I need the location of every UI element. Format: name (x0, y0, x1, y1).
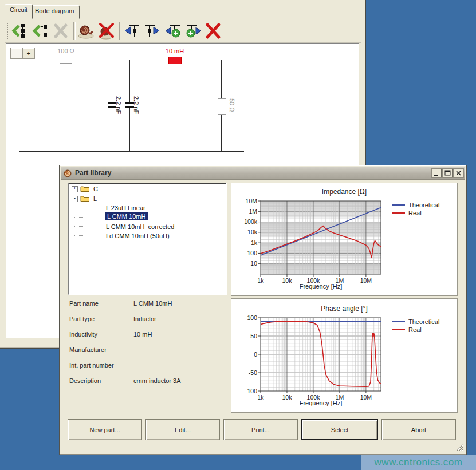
folder-icon (80, 195, 90, 202)
svg-text:10k: 10k (247, 228, 258, 235)
insert-series-left-icon[interactable] (10, 22, 29, 40)
phase-chart-panel: Phase angle [°] 100500-50-1001k10k100k1M… (231, 298, 458, 413)
detail-value-part-type: Inductor (133, 315, 156, 322)
minimize-button[interactable] (432, 169, 442, 177)
watermark-text: www.cntronics.com (361, 457, 476, 468)
toolbar-grip[interactable] (7, 23, 10, 39)
dialog-titlebar[interactable]: Part library (61, 167, 465, 180)
zoom-in-label: + (27, 50, 30, 57)
wire-branch1-upper (112, 60, 112, 103)
toolbar-separator-2 (119, 22, 121, 40)
branch-right-icon[interactable] (143, 22, 162, 40)
detail-label-description: Description (69, 377, 101, 384)
zoom-out-label: - (15, 50, 18, 57)
folder-icon (80, 185, 90, 192)
svg-text:100: 100 (247, 250, 257, 256)
new-part-button[interactable]: New part... (68, 419, 142, 440)
delete-disabled-icon[interactable] (52, 22, 70, 40)
tab-bode-diagram-label: Bode diagram (35, 7, 74, 14)
tab-circuit-label: Circuit (10, 6, 27, 13)
toolbar-separator-1 (73, 22, 76, 40)
detail-label-part-type: Part type (69, 315, 95, 322)
svg-text:1k: 1k (251, 239, 258, 246)
svg-text:10M: 10M (246, 198, 257, 204)
legend-real: Real (392, 326, 422, 333)
detail-label-inductivity: Inductivity (69, 331, 97, 338)
phase-xaxis-label: Frequency [Hz] (208, 400, 434, 406)
select-button[interactable]: Select (301, 419, 378, 440)
edit-button[interactable]: Edit... (145, 419, 220, 440)
close-icon[interactable] (454, 169, 463, 177)
phase-chart-title: Phase angle [°] (231, 305, 457, 313)
branch-left-add-icon[interactable] (164, 22, 182, 40)
tree-item-l-label: L (93, 195, 97, 202)
expander-c[interactable]: + (72, 186, 78, 192)
theoretical-swatch (392, 321, 405, 322)
tree-connector (74, 208, 84, 209)
branch-right-add-icon[interactable] (184, 22, 203, 40)
svg-text:-100: -100 (245, 388, 257, 394)
tree-item-c-label: C (93, 185, 98, 192)
part-library-icon[interactable] (77, 22, 95, 40)
maximize-button[interactable] (443, 169, 453, 177)
wire-top (19, 60, 244, 60)
desktop: { "desktop": { "watermark": "www.cntroni… (0, 0, 476, 470)
svg-text:-50: -50 (249, 369, 257, 376)
svg-text:50: 50 (250, 333, 257, 339)
zoom-in-button[interactable]: + (23, 48, 34, 58)
resize-grip[interactable] (455, 443, 463, 451)
wire-branch1-lower (112, 108, 112, 152)
print-button[interactable]: Print... (223, 419, 298, 440)
toolbar (5, 19, 361, 43)
branch-left-icon[interactable] (123, 22, 141, 40)
part-library-dialog: Part library + C - (59, 165, 467, 455)
impedance-plot: 10M1M100k10k1k100101k10k100k1M10M (231, 183, 457, 295)
real-swatch (392, 329, 405, 330)
inductor[interactable] (168, 57, 182, 64)
detail-label-int-part-number: Int. part number (69, 362, 114, 369)
detail-value-inductivity: 10 mH (133, 331, 152, 338)
tree-item-lcmm10mh-selected[interactable]: L CMM 10mH (105, 213, 148, 222)
series-resistor[interactable] (60, 57, 72, 64)
wire-branch2-upper (129, 60, 130, 103)
tab-circuit[interactable]: Circuit (5, 4, 33, 19)
tree-connector (74, 226, 84, 227)
delete-icon[interactable] (204, 22, 222, 40)
legend-label: Real (408, 326, 422, 333)
tree-item-label-selected: L CMM 10mH (105, 212, 148, 220)
capacitor-1-label: 2.2 nF (115, 96, 122, 114)
load-resistor[interactable] (218, 98, 226, 115)
insert-series-node-icon[interactable] (31, 22, 49, 40)
detail-label-part-name: Part name (69, 300, 99, 307)
svg-text:10: 10 (250, 260, 257, 267)
part-tree: + C - L L 23uH Linear L CMM 10mH L CMM 1… (68, 183, 227, 295)
theoretical-swatch (392, 204, 405, 206)
zoom-out-button[interactable]: - (11, 48, 22, 58)
legend-theoretical: Theoretical (392, 201, 439, 208)
tree-connector (74, 235, 84, 236)
real-swatch (392, 212, 405, 214)
legend-real: Real (392, 209, 422, 216)
detail-value-description: cmm inductor 3A (133, 377, 181, 384)
tree-connector (74, 217, 84, 218)
series-resistor-label: 100 Ω (52, 48, 80, 54)
abort-button[interactable]: Abort (381, 419, 456, 440)
detail-label-manufacturer: Manufacturer (69, 346, 107, 353)
wire-bottom (19, 151, 244, 152)
svg-text:0: 0 (254, 351, 257, 358)
watermark-band: www.cntronics.com (361, 455, 476, 470)
tree-item-label: Ld CMM 10mH (50uH) (106, 232, 170, 239)
wire-branch2-lower (129, 108, 130, 152)
legend-label: Theoretical (408, 202, 439, 208)
part-library-window-icon (64, 169, 73, 178)
remove-part-icon[interactable] (97, 22, 116, 40)
load-resistor-label: 50 Ω (229, 98, 235, 112)
svg-text:100: 100 (247, 314, 257, 321)
legend-label: Real (408, 210, 422, 216)
expander-l[interactable]: - (72, 196, 78, 202)
impedance-chart-panel: Impedance [Ω] 10M1M100k10k1k100101k10k10… (231, 183, 458, 296)
tab-bode-diagram[interactable]: Bode diagram (30, 5, 80, 19)
dialog-title: Part library (75, 169, 111, 177)
svg-text:1M: 1M (249, 208, 257, 215)
tree-item-label: L CMM 10mH_corrected (106, 223, 174, 230)
